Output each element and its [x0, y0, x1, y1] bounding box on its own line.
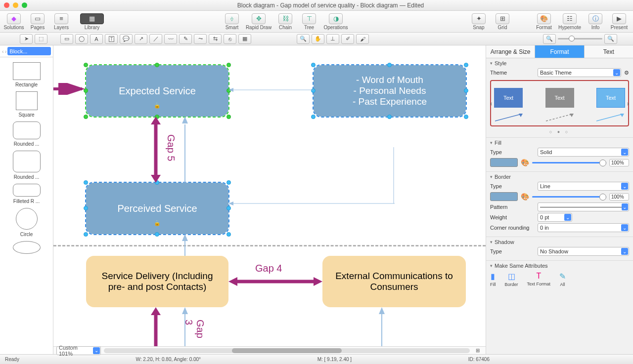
shape-square[interactable]: Square [16, 91, 38, 118]
toolbar-library[interactable]: ▦Library [81, 13, 103, 30]
gear-icon[interactable]: ⚙ [624, 70, 629, 76]
tool-textbox[interactable]: 🅃 [105, 34, 118, 44]
tool-ellipse[interactable]: ◯ [75, 34, 88, 44]
lineprev-1[interactable] [494, 113, 524, 122]
toolbar-present[interactable]: ▶Present [608, 13, 630, 30]
tool-pointer[interactable]: ➤ [20, 34, 33, 44]
tool-eyedrop[interactable]: ✐ [341, 34, 354, 44]
hscrollbar[interactable] [104, 348, 470, 353]
zoom-slider[interactable] [558, 38, 602, 40]
lineprev-2[interactable] [545, 113, 575, 122]
shapeset-dropdown[interactable]: Block... [7, 47, 51, 55]
theme-2[interactable]: Text [545, 88, 574, 108]
section-shadow[interactable]: Shadow [490, 239, 629, 245]
toolbar-pages[interactable]: ▭Pages [27, 13, 48, 30]
border-color[interactable] [490, 192, 518, 201]
toolbar-hypernote[interactable]: ☷Hypernote [557, 13, 583, 30]
minimize-icon[interactable] [13, 2, 18, 8]
tab-text[interactable]: Text [585, 45, 633, 58]
shape-rect[interactable]: Rectangle [13, 62, 41, 87]
tool-curve[interactable]: 〰 [164, 34, 177, 44]
toolbar-layers[interactable]: ≡Layers [50, 13, 72, 30]
shapes-sidebar: ‹› Block... Rectangle Square Rounded ...… [0, 45, 53, 354]
shape-filleted[interactable]: Filleted R ... [13, 184, 41, 204]
block-external-comm[interactable]: External Communications to Consumers [322, 256, 466, 307]
zoom-icon[interactable] [22, 2, 27, 8]
theme-next[interactable]: › [627, 100, 629, 107]
tool-lasso[interactable]: ⬚ [35, 34, 47, 44]
theme-select[interactable]: Basic Theme [538, 68, 621, 77]
toolbar-grid[interactable]: ⊞Grid [492, 13, 513, 30]
tool-line[interactable]: ／ [149, 34, 162, 44]
border-weight[interactable]: 0 pt [538, 213, 572, 222]
make-border[interactable]: ◫Border [505, 272, 518, 287]
fill-opacity-slider[interactable] [532, 162, 606, 163]
zoom-in[interactable]: 🔍 [604, 34, 617, 44]
tab-arrange[interactable]: Arrange & Size [486, 45, 535, 58]
tab-format[interactable]: Format [535, 45, 584, 58]
toolbar-rapiddraw[interactable]: ✥Rapid Draw [245, 13, 272, 30]
shape-rounded2[interactable]: Rounded ... [13, 151, 41, 180]
tool-rect[interactable]: ▭ [60, 34, 73, 44]
toolbar-operations[interactable]: ◑Operations [322, 13, 350, 30]
make-all[interactable]: ✎All [559, 272, 566, 287]
tool-pen[interactable]: ✎ [179, 34, 192, 44]
tool-arrow[interactable]: ↗ [135, 34, 147, 44]
colorwheel-icon[interactable]: 🎨 [521, 193, 529, 201]
tool-connector[interactable]: ⇆ [209, 34, 222, 44]
toolbar-tree[interactable]: ⊤Tree [298, 13, 320, 30]
section-style[interactable]: Style [490, 60, 629, 66]
tool-callout[interactable]: 💬 [120, 34, 133, 44]
toolbar-info[interactable]: ⓘInfo [585, 13, 606, 30]
border-type[interactable]: Line [538, 182, 629, 191]
svg-marker-2 [151, 117, 161, 124]
shadow-type[interactable]: No Shadow [538, 247, 629, 256]
close-icon[interactable] [4, 2, 9, 8]
canvas[interactable]: Expected Service 🔒 - Word of Mouth - Per… [53, 45, 486, 354]
toolbar-chain[interactable]: ⛓Chain [274, 13, 296, 30]
lineprev-3[interactable] [595, 113, 625, 122]
toolbar-smart[interactable]: ⎀Smart [221, 13, 243, 30]
zoom-out[interactable]: 🔍 [543, 34, 556, 44]
tool-bezier[interactable]: ⤳ [194, 34, 207, 44]
svg-marker-5 [228, 277, 237, 286]
shape-ellipse[interactable] [13, 241, 41, 256]
theme-1[interactable]: Text [494, 88, 523, 108]
tool-stamp[interactable]: ⊥ [326, 34, 339, 44]
label-gap5: Gap 5 [165, 134, 177, 161]
tool-smart[interactable]: ⎋ [224, 34, 236, 44]
toolbar-solutions[interactable]: ◆Solutions [3, 13, 25, 30]
toolbar-snap[interactable]: ✦Snap [468, 13, 490, 30]
back-icon[interactable]: ‹ [2, 48, 4, 54]
make-textformat[interactable]: TText Format [527, 272, 551, 287]
coords-icon[interactable]: ⊞ [473, 348, 483, 353]
border-opacity-slider[interactable] [532, 196, 606, 198]
page-dots[interactable]: ○ ● ○ [490, 129, 629, 134]
block-wom[interactable]: - Word of Mouth - Personal Needs - Past … [314, 65, 466, 117]
block-expected-service[interactable]: Expected Service 🔒 [86, 65, 228, 117]
shape-rounded1[interactable]: Rounded ... [13, 121, 41, 147]
theme-prev[interactable]: ‹ [490, 100, 492, 107]
make-fill[interactable]: ▮Fill [490, 272, 496, 287]
theme-3[interactable]: Text [596, 88, 625, 108]
tool-text[interactable]: A [90, 34, 103, 44]
block-perceived-service[interactable]: Perceived Service 🔒 [86, 183, 228, 234]
shape-circle[interactable]: Circle [16, 208, 38, 237]
fill-type[interactable]: Solid [538, 148, 629, 157]
zoom-select[interactable]: Custom 101% [56, 346, 101, 355]
section-fill[interactable]: Fill [490, 140, 629, 146]
border-corner[interactable]: 0 in [538, 223, 629, 232]
block-service-delivery[interactable]: Service Delivery (Including pre- and pos… [86, 256, 228, 307]
tool-hand[interactable]: ✋ [312, 34, 324, 44]
tool-table[interactable]: ▦ [238, 34, 251, 44]
fill-color[interactable] [490, 158, 518, 167]
tool-magnify[interactable]: 🔍 [297, 34, 310, 44]
toolbar-format[interactable]: 🎨Format [533, 13, 555, 30]
fwd-icon[interactable]: › [5, 48, 7, 54]
window-controls[interactable] [4, 2, 27, 8]
colorwheel-icon[interactable]: 🎨 [521, 159, 529, 166]
border-pattern[interactable] [538, 202, 629, 211]
section-border[interactable]: Border [490, 174, 629, 180]
section-makeattr[interactable]: Make Same Attributes [490, 263, 629, 269]
tool-brush[interactable]: 🖌 [356, 34, 369, 44]
